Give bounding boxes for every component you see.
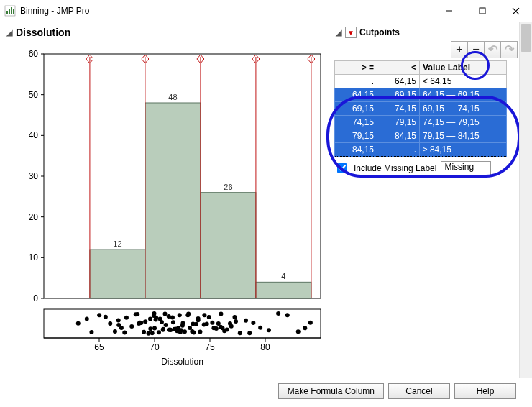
maximize-button[interactable]	[466, 0, 499, 22]
cell-lt[interactable]: 74,15	[377, 102, 420, 116]
table-header-row: > = < Value Label	[335, 61, 507, 75]
cell-label[interactable]: ≥ 84,15	[420, 143, 507, 157]
cutpoints-title: Cutpoints	[359, 27, 400, 37]
svg-point-43	[113, 329, 117, 334]
cell-ge[interactable]: 84,15	[335, 143, 377, 157]
cutpoints-table[interactable]: > = < Value Label .64,15< 64,1564,1569,1…	[334, 60, 507, 157]
svg-text:0: 0	[33, 293, 38, 303]
vertical-scrollbar[interactable]	[519, 22, 532, 378]
add-cutpoint-button[interactable]: +	[451, 41, 468, 58]
table-row[interactable]: 64,1569,1564,15 — 69,15	[335, 88, 507, 102]
dissolution-header[interactable]: ◢ Dissolution	[1, 25, 331, 40]
cell-ge[interactable]: 69,15	[335, 102, 377, 116]
table-row[interactable]: 84,15.≥ 84,15	[335, 143, 507, 157]
svg-point-121	[267, 328, 271, 332]
svg-point-47	[122, 330, 127, 334]
svg-text:65: 65	[94, 342, 104, 352]
red-triangle-menu-icon[interactable]: ▼	[345, 27, 357, 38]
svg-point-103	[210, 321, 214, 325]
svg-point-85	[178, 330, 183, 334]
svg-point-97	[196, 318, 201, 322]
close-button[interactable]	[499, 0, 532, 22]
svg-point-125	[303, 326, 307, 330]
svg-point-115	[234, 319, 238, 324]
help-button[interactable]: Help	[454, 383, 516, 399]
col-ge[interactable]: > =	[335, 61, 377, 75]
redo-button[interactable]: ↷	[500, 41, 518, 58]
svg-text:10: 10	[29, 252, 39, 262]
svg-point-95	[194, 322, 198, 326]
svg-point-108	[219, 312, 223, 316]
cell-label[interactable]: 79,15 — 84,15	[420, 129, 507, 143]
table-row[interactable]: 74,1579,1574,15 — 79,15	[335, 116, 507, 129]
svg-point-71	[163, 312, 168, 316]
svg-point-68	[160, 320, 164, 324]
svg-point-37	[76, 321, 81, 326]
svg-point-123	[285, 313, 290, 317]
window-title: Binning - JMP Pro	[20, 6, 433, 16]
svg-point-44	[116, 319, 121, 323]
svg-point-114	[232, 315, 237, 319]
cell-ge[interactable]: 74,15	[335, 116, 377, 129]
remove-cutpoint-button[interactable]: −	[467, 41, 485, 58]
svg-point-98	[198, 329, 202, 334]
svg-point-94	[192, 331, 196, 335]
undo-button[interactable]: ↶	[484, 41, 501, 58]
cell-label[interactable]: 74,15 — 79,15	[420, 116, 507, 129]
svg-point-56	[143, 319, 147, 324]
cell-lt[interactable]: .	[377, 143, 420, 157]
include-missing-checkbox[interactable]	[337, 163, 347, 173]
cutpoints-toolbar: + − ↶ ↷	[331, 40, 518, 60]
missing-label-field[interactable]: Missing	[441, 161, 491, 175]
histogram-chart[interactable]: 0102030405060124826465707580Dissolution	[4, 40, 328, 370]
svg-point-76	[168, 328, 173, 332]
make-formula-column-button[interactable]: Make Formula Column	[278, 383, 384, 399]
table-row[interactable]: 69,1574,1569,15 — 74,15	[335, 102, 507, 116]
svg-text:26: 26	[224, 183, 232, 191]
svg-point-41	[104, 315, 108, 319]
svg-rect-4	[13, 9, 14, 14]
svg-point-70	[161, 327, 165, 331]
table-row[interactable]: .64,15< 64,15	[335, 75, 507, 88]
table-row[interactable]: 79,1584,1579,15 — 84,15	[335, 129, 507, 143]
cutpoints-header[interactable]: ◢ ▼ Cutpoints	[331, 25, 518, 40]
svg-point-90	[185, 313, 190, 317]
svg-point-62	[152, 311, 156, 316]
cancel-button[interactable]: Cancel	[388, 383, 450, 399]
svg-text:4: 4	[281, 272, 285, 280]
svg-rect-1	[6, 11, 8, 14]
svg-point-124	[296, 329, 301, 334]
svg-point-78	[171, 320, 175, 324]
svg-rect-3	[11, 7, 12, 14]
scrollbar-thumb[interactable]	[521, 24, 531, 52]
svg-point-116	[238, 331, 242, 335]
svg-rect-30	[256, 282, 311, 298]
cell-ge[interactable]: 79,15	[335, 129, 377, 143]
col-lt[interactable]: <	[377, 61, 420, 75]
col-label[interactable]: Value Label	[420, 61, 507, 75]
cell-ge[interactable]: .	[335, 75, 377, 88]
svg-point-59	[148, 326, 152, 331]
cell-lt[interactable]: 69,15	[377, 88, 420, 102]
svg-text:70: 70	[150, 342, 160, 352]
cell-ge[interactable]: 64,15	[335, 88, 377, 102]
svg-point-101	[205, 321, 209, 326]
svg-point-49	[129, 324, 134, 329]
svg-rect-26	[145, 103, 201, 298]
dissolution-title: Dissolution	[16, 27, 70, 38]
cell-lt[interactable]: 84,15	[377, 129, 420, 143]
cell-label[interactable]: 64,15 — 69,15	[420, 88, 507, 102]
svg-text:40: 40	[29, 130, 39, 140]
svg-point-42	[108, 321, 112, 326]
cell-lt[interactable]: 64,15	[377, 75, 420, 88]
jmp-app-icon	[4, 5, 16, 17]
svg-point-38	[85, 316, 89, 321]
svg-point-74	[167, 314, 171, 319]
svg-rect-24	[90, 250, 145, 298]
cell-lt[interactable]: 79,15	[377, 116, 420, 129]
svg-point-55	[142, 330, 146, 334]
cell-label[interactable]: < 64,15	[420, 75, 507, 88]
minimize-button[interactable]	[433, 0, 466, 22]
svg-point-63	[152, 326, 157, 330]
cell-label[interactable]: 69,15 — 74,15	[420, 102, 507, 116]
